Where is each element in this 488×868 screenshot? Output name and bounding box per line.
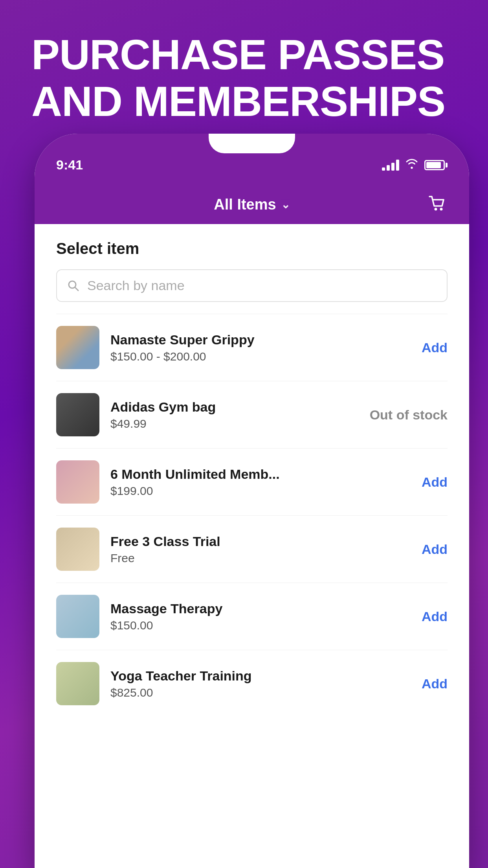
list-item: Namaste Super Grippy$150.00 - $200.00Add xyxy=(56,314,448,381)
add-button[interactable]: Add xyxy=(422,474,448,490)
item-thumbnail xyxy=(56,326,99,369)
item-info: Adidas Gym bag$49.99 xyxy=(110,399,359,430)
add-button[interactable]: Add xyxy=(422,609,448,624)
item-price: $825.00 xyxy=(110,686,411,699)
status-icons xyxy=(382,158,448,172)
phone-header: 9:41 xyxy=(35,134,469,185)
item-name: Adidas Gym bag xyxy=(110,399,359,415)
item-thumbnail xyxy=(56,595,99,638)
item-thumbnail xyxy=(56,393,99,436)
item-name: Namaste Super Grippy xyxy=(110,332,411,348)
content-area: Select item Search by name Namaste Super… xyxy=(35,220,469,868)
battery-icon xyxy=(424,160,448,170)
signal-icon xyxy=(382,160,399,171)
item-name: Yoga Teacher Training xyxy=(110,668,411,684)
notch xyxy=(209,134,295,153)
cart-button[interactable] xyxy=(427,193,448,215)
item-info: 6 Month Unlimited Memb...$199.00 xyxy=(110,467,411,498)
add-button[interactable]: Add xyxy=(422,542,448,557)
item-info: Massage Therapy$150.00 xyxy=(110,601,411,632)
item-price: $150.00 - $200.00 xyxy=(110,350,411,363)
search-input[interactable]: Search by name xyxy=(87,278,185,293)
list-item: Massage Therapy$150.00Add xyxy=(56,583,448,650)
list-item: Adidas Gym bag$49.99Out of stock xyxy=(56,381,448,448)
add-button[interactable]: Add xyxy=(422,676,448,691)
nav-bar: All Items ⌄ xyxy=(35,185,469,224)
item-thumbnail xyxy=(56,528,99,571)
item-name: Massage Therapy xyxy=(110,601,411,616)
list-item: 6 Month Unlimited Memb...$199.00Add xyxy=(56,448,448,515)
item-price: $150.00 xyxy=(110,619,411,632)
status-bar: 9:41 xyxy=(35,157,469,173)
item-price: $199.00 xyxy=(110,484,411,498)
item-info: Yoga Teacher Training$825.00 xyxy=(110,668,411,699)
item-info: Namaste Super Grippy$150.00 - $200.00 xyxy=(110,332,411,363)
search-icon xyxy=(67,279,80,292)
item-name: Free 3 Class Trial xyxy=(110,534,411,549)
item-price: Free xyxy=(110,552,411,565)
section-label: Select item xyxy=(56,240,448,257)
status-time: 9:41 xyxy=(56,157,83,173)
item-price: $49.99 xyxy=(110,417,359,430)
page-title: PURCHASE PASSES AND MEMBERSHIPS xyxy=(31,31,457,125)
item-list: Namaste Super Grippy$150.00 - $200.00Add… xyxy=(56,314,448,717)
search-bar[interactable]: Search by name xyxy=(56,269,448,302)
item-name: 6 Month Unlimited Memb... xyxy=(110,467,411,482)
item-info: Free 3 Class TrialFree xyxy=(110,534,411,565)
add-button[interactable]: Add xyxy=(422,340,448,355)
item-thumbnail xyxy=(56,662,99,705)
nav-title[interactable]: All Items ⌄ xyxy=(214,196,290,213)
svg-point-1 xyxy=(440,208,443,211)
list-item: Yoga Teacher Training$825.00Add xyxy=(56,650,448,717)
svg-point-0 xyxy=(435,208,437,211)
list-item: Free 3 Class TrialFreeAdd xyxy=(56,515,448,583)
out-of-stock-label: Out of stock xyxy=(370,407,448,423)
phone-frame: 9:41 xyxy=(35,134,469,868)
dropdown-chevron-icon: ⌄ xyxy=(281,198,290,211)
wifi-icon xyxy=(405,158,419,172)
item-thumbnail xyxy=(56,460,99,504)
